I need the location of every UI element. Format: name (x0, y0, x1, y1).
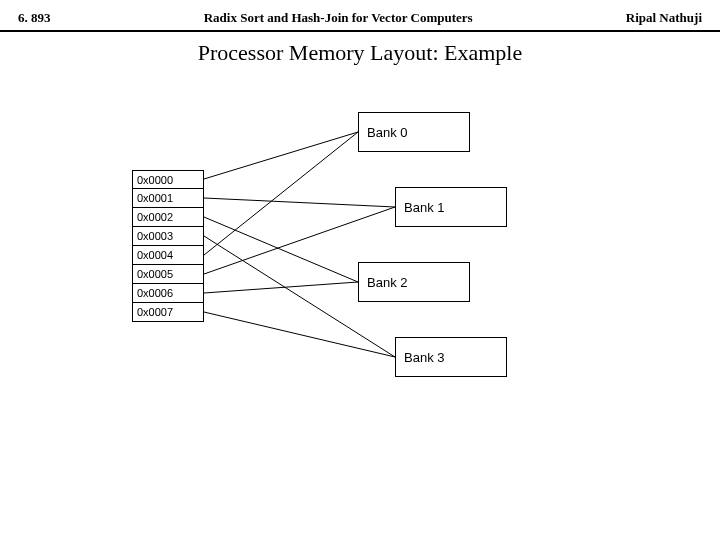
address-cell: 0x0006 (132, 284, 204, 303)
bank-box-1: Bank 1 (395, 187, 507, 227)
slide-topic: Radix Sort and Hash-Join for Vector Comp… (204, 10, 473, 26)
address-cell: 0x0007 (132, 303, 204, 322)
memory-layout-diagram: 0x0000 0x0001 0x0002 0x0003 0x0004 0x000… (0, 90, 720, 470)
address-cell: 0x0002 (132, 208, 204, 227)
address-cell: 0x0004 (132, 246, 204, 265)
svg-line-1 (204, 198, 395, 207)
svg-line-2 (204, 217, 358, 282)
address-cell: 0x0000 (132, 170, 204, 189)
author-name: Ripal Nathuji (626, 10, 702, 26)
svg-line-6 (204, 282, 358, 293)
svg-line-7 (204, 312, 395, 357)
svg-line-0 (204, 132, 358, 179)
address-table: 0x0000 0x0001 0x0002 0x0003 0x0004 0x000… (132, 170, 204, 322)
course-number: 6. 893 (18, 10, 51, 26)
address-cell: 0x0003 (132, 227, 204, 246)
svg-line-4 (204, 132, 358, 255)
slide-title: Processor Memory Layout: Example (0, 40, 720, 66)
bank-box-3: Bank 3 (395, 337, 507, 377)
bank-box-2: Bank 2 (358, 262, 470, 302)
address-cell: 0x0005 (132, 265, 204, 284)
slide-header: 6. 893 Radix Sort and Hash-Join for Vect… (0, 0, 720, 32)
bank-box-0: Bank 0 (358, 112, 470, 152)
address-cell: 0x0001 (132, 189, 204, 208)
